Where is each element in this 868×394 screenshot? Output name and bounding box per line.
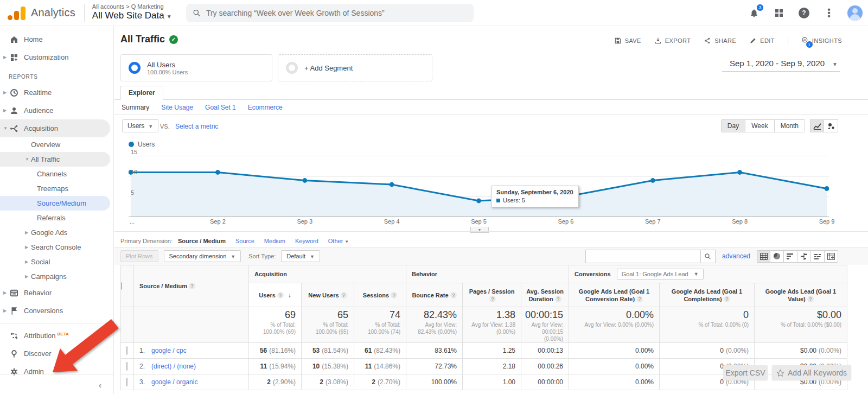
share-button[interactable]: SHARE xyxy=(704,37,736,45)
sidebar-item-conversions[interactable]: ▶ Conversions xyxy=(0,302,113,320)
sidebar-item-attribution[interactable]: AttributionBETA xyxy=(0,327,113,345)
select-all-checkbox[interactable] xyxy=(121,282,122,290)
pivot-view-button[interactable] xyxy=(825,250,838,263)
edit-button[interactable]: EDIT xyxy=(749,37,775,45)
comparison-view-button[interactable] xyxy=(797,250,811,263)
sidebar-item-customization[interactable]: ▶ Customization xyxy=(0,48,113,66)
date-range-picker[interactable]: Sep 1, 2020 - Sep 9, 2020▼ xyxy=(722,58,840,72)
dimension-other[interactable]: Other ▼ xyxy=(328,238,349,244)
chart-point[interactable] xyxy=(302,178,307,183)
column-header-avg-session-duration[interactable]: Avg. Session Duration? xyxy=(521,283,569,307)
search-input[interactable] xyxy=(206,9,467,17)
subtab-goal-set-1[interactable]: Goal Set 1 xyxy=(205,104,236,111)
subtab-site-usage[interactable]: Site Usage xyxy=(161,104,193,111)
help-icon[interactable]: ? xyxy=(724,296,730,302)
sidebar-item-treemaps[interactable]: Treemaps xyxy=(0,181,113,196)
export-csv-button[interactable]: Export CSV xyxy=(723,365,768,380)
chart-point[interactable] xyxy=(650,178,655,183)
add-segment-button[interactable]: + Add Segment xyxy=(278,54,432,81)
help-icon[interactable]: ? xyxy=(636,296,643,302)
help-icon[interactable]: ? xyxy=(489,296,496,302)
account-switcher[interactable]: All accounts > Q Marketing All Web Site … xyxy=(92,3,172,22)
sidebar-item-audience[interactable]: ▶ Audience xyxy=(0,101,113,119)
term-cloud-view-button[interactable] xyxy=(811,250,825,263)
percentage-view-button[interactable] xyxy=(770,250,784,263)
select-metric-link[interactable]: Select a metric xyxy=(175,123,218,130)
dimension-source-medium[interactable]: Source / Medium xyxy=(178,238,226,244)
property-selector[interactable]: All Web Site Data▼ xyxy=(92,10,172,22)
sidebar-item-campaigns[interactable]: ▶Campaigns xyxy=(0,269,113,284)
sort-type-button[interactable]: Default▼ xyxy=(281,250,320,262)
sidebar-item-all-traffic[interactable]: ▼ All Traffic xyxy=(0,152,110,167)
chart-plot-area[interactable] xyxy=(129,151,829,217)
segment-all-users[interactable]: All Users 100.00% Users xyxy=(120,54,272,81)
table-search-input[interactable] xyxy=(585,250,700,263)
source-medium-link[interactable]: google / organic xyxy=(151,378,197,386)
sidebar-item-discover[interactable]: Discover xyxy=(0,345,113,363)
axis-hover-marker[interactable]: ▼ xyxy=(470,227,489,233)
tab-explorer[interactable]: Explorer xyxy=(120,86,163,100)
avatar[interactable] xyxy=(847,5,863,21)
goal-selector[interactable]: Goal 1: Google Ads Lead▼ xyxy=(617,269,704,279)
dimension-keyword[interactable]: Keyword xyxy=(295,238,318,244)
table-search-button[interactable] xyxy=(700,250,716,263)
chart-point[interactable] xyxy=(390,182,394,187)
column-header-new-users[interactable]: New Users? xyxy=(302,283,354,307)
subtab-ecommerce[interactable]: Ecommerce xyxy=(248,104,283,111)
sidebar-item-channels[interactable]: Channels xyxy=(0,167,113,181)
more-options-button[interactable]: ••• xyxy=(822,7,835,20)
row-checkbox[interactable] xyxy=(126,362,127,371)
granularity-day[interactable]: Day xyxy=(721,119,745,132)
column-header-sessions[interactable]: Sessions? xyxy=(354,283,406,307)
granularity-month[interactable]: Month xyxy=(775,119,805,132)
sidebar-item-admin[interactable]: Admin xyxy=(0,363,113,380)
column-header-goal-value[interactable]: Google Ads Lead (Goal 1 Value)? xyxy=(755,283,847,307)
notifications-button[interactable]: 3 xyxy=(748,7,761,20)
help-icon[interactable]: ? xyxy=(807,296,814,302)
add-all-keywords-button[interactable]: Add All Keywords xyxy=(772,365,851,380)
column-header-pages-session[interactable]: Pages / Session? xyxy=(463,283,521,307)
motion-chart-button[interactable] xyxy=(824,119,838,132)
sidebar-item-search-console[interactable]: ▶Search Console xyxy=(0,240,113,255)
plot-rows-button[interactable]: Plot Rows xyxy=(120,250,158,262)
help-icon[interactable]: ? xyxy=(277,292,284,298)
column-header-bounce-rate[interactable]: Bounce Rate? xyxy=(406,283,463,307)
sidebar-item-acquisition[interactable]: ▼ Acquisition xyxy=(0,119,110,137)
help-icon[interactable]: ? xyxy=(555,296,561,302)
row-checkbox[interactable] xyxy=(126,378,127,386)
table-view-button[interactable] xyxy=(757,250,770,263)
sidebar-item-google-ads[interactable]: ▶Google Ads xyxy=(0,225,113,240)
column-header-goal-completions[interactable]: Google Ads Lead (Goal 1 Completions)? xyxy=(660,283,755,307)
secondary-dimension-button[interactable]: Secondary dimension▼ xyxy=(164,250,241,262)
apps-grid-button[interactable] xyxy=(773,7,786,20)
sidebar-item-social[interactable]: ▶Social xyxy=(0,255,113,269)
dimension-source[interactable]: Source xyxy=(235,238,254,244)
help-icon[interactable]: ? xyxy=(341,292,347,298)
column-header-users[interactable]: Users?↓ xyxy=(249,283,302,307)
granularity-week[interactable]: Week xyxy=(745,119,774,132)
chart-point[interactable] xyxy=(825,186,829,191)
chart-point[interactable] xyxy=(476,199,481,204)
export-button[interactable]: EXPORT xyxy=(654,37,691,45)
row-checkbox[interactable] xyxy=(126,346,127,355)
sidebar-item-referrals[interactable]: Referrals xyxy=(0,211,113,225)
insights-button[interactable]: 1 INSIGHTS xyxy=(801,36,842,45)
help-icon[interactable]: ? xyxy=(189,283,195,289)
global-search[interactable] xyxy=(186,4,474,22)
sidebar-item-overview[interactable]: Overview xyxy=(0,137,113,152)
metric-selector[interactable]: Users▼ xyxy=(122,119,158,132)
help-button[interactable]: ? xyxy=(797,7,810,20)
chart-point[interactable] xyxy=(215,170,220,175)
dimension-medium[interactable]: Medium xyxy=(264,238,285,244)
help-icon[interactable]: ? xyxy=(450,292,457,298)
chart-point[interactable] xyxy=(737,170,742,175)
sidebar-item-behavior[interactable]: ▶ Behavior xyxy=(0,284,113,302)
source-medium-link[interactable]: (direct) / (none) xyxy=(151,363,196,370)
advanced-search-link[interactable]: advanced xyxy=(722,252,750,260)
source-medium-link[interactable]: google / cpc xyxy=(151,347,187,354)
sidebar-item-source-medium[interactable]: Source/Medium xyxy=(0,196,110,211)
save-button[interactable]: SAVE xyxy=(614,37,641,45)
sidebar-item-home[interactable]: Home xyxy=(0,30,113,48)
performance-view-button[interactable] xyxy=(784,250,797,263)
dimension-column-header[interactable]: Source / Medium? xyxy=(134,265,249,307)
